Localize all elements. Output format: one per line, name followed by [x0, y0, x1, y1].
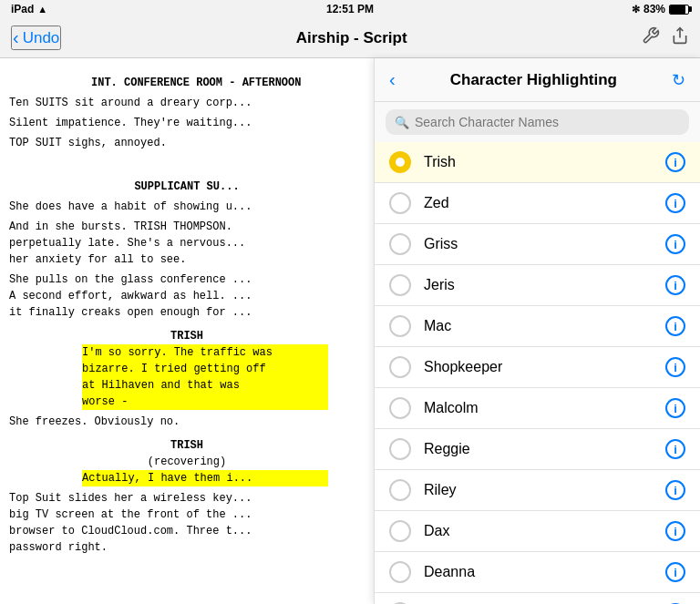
- back-chevron-icon: ‹: [13, 27, 19, 48]
- character-name-text: Mac: [424, 318, 665, 334]
- battery-label: 83%: [643, 3, 665, 15]
- panel-header: ‹ Character Highlighting ↻: [375, 58, 700, 102]
- panel-title: Character Highlighting: [396, 71, 672, 89]
- script-panel: INT. CONFERENCE ROOM - AFTERNOON Ten SUI…: [0, 58, 374, 604]
- info-button[interactable]: i: [665, 480, 685, 500]
- status-left: iPad ▲: [11, 3, 47, 15]
- character-item[interactable]: Zedi: [375, 183, 700, 224]
- character-name-text: Jeris: [424, 277, 665, 293]
- character-item[interactable]: Reggiei: [375, 429, 700, 470]
- action-line: She does have a habit of showing u...: [9, 199, 365, 215]
- panel-refresh-button[interactable]: ↻: [672, 70, 685, 90]
- action-line: Ten SUITS sit around a dreary corp...: [9, 95, 365, 111]
- panel-back-button[interactable]: ‹: [389, 69, 396, 90]
- info-button[interactable]: i: [665, 234, 685, 254]
- character-name-text: Deanna: [424, 564, 665, 580]
- character-name-text: Griss: [424, 236, 665, 252]
- character-item[interactable]: Deannai: [375, 552, 700, 593]
- share-button[interactable]: [671, 26, 689, 49]
- radio-button[interactable]: [389, 356, 411, 378]
- wrench-button[interactable]: [642, 26, 660, 49]
- radio-button[interactable]: [389, 397, 411, 419]
- character-item[interactable]: Malcolmi: [375, 388, 700, 429]
- character-trish-name: TRISH: [9, 328, 365, 344]
- action-line: She pulls on the glass conference ...A s…: [9, 271, 365, 321]
- character-list: TrishiZediGrissiJerisiMaciShopkeeperiMal…: [375, 142, 700, 604]
- info-button[interactable]: i: [665, 398, 685, 418]
- radio-button[interactable]: [389, 438, 411, 460]
- character-name-text: Zed: [424, 195, 665, 211]
- info-button[interactable]: i: [665, 193, 685, 213]
- bluetooth-icon: ✻: [632, 4, 640, 15]
- nav-right: [642, 26, 689, 49]
- character-item[interactable]: Shopkeeperi: [375, 347, 700, 388]
- radio-button[interactable]: [389, 520, 411, 542]
- radio-button[interactable]: [389, 151, 411, 173]
- back-label: Undo: [23, 29, 60, 47]
- character-name-text: Shopkeeper: [424, 359, 665, 375]
- search-box: 🔍: [386, 109, 689, 135]
- character-name-text: Malcolm: [424, 400, 665, 416]
- action-line: TOP SUIT sighs, annoyed.: [9, 135, 365, 151]
- action-line: Silent impatience. They're waiting...: [9, 115, 365, 131]
- character-name-line: SUPPLICANT SU...: [9, 179, 365, 195]
- back-button[interactable]: ‹ Undo: [11, 26, 61, 50]
- action-line: She freezes. Obviously no.: [9, 414, 365, 430]
- radio-button[interactable]: [389, 561, 411, 583]
- character-name-text: Trish: [424, 154, 665, 170]
- character-item[interactable]: Maci: [375, 306, 700, 347]
- battery-icon: [669, 5, 689, 15]
- trish-dialogue-1: I'm so sorry. The traffic wasbizarre. I …: [82, 344, 328, 410]
- character-trish-name-2: TRISH: [9, 437, 365, 454]
- main-layout: INT. CONFERENCE ROOM - AFTERNOON Ten SUI…: [0, 58, 700, 604]
- info-button[interactable]: i: [665, 521, 685, 541]
- search-input[interactable]: [415, 115, 680, 129]
- info-button[interactable]: i: [665, 152, 685, 172]
- scene-heading: INT. CONFERENCE ROOM - AFTERNOON: [91, 75, 365, 91]
- info-button[interactable]: i: [665, 275, 685, 295]
- wifi-icon: ▲: [37, 4, 47, 15]
- character-name-text: Reggie: [424, 441, 665, 457]
- info-button[interactable]: i: [665, 357, 685, 377]
- nav-bar: ‹ Undo Airship - Script: [0, 18, 700, 58]
- radio-button[interactable]: [389, 192, 411, 214]
- info-button[interactable]: i: [665, 562, 685, 582]
- character-item[interactable]: Jerisi: [375, 265, 700, 306]
- character-highlighting-panel: ‹ Character Highlighting ↻ 🔍 TrishiZediG…: [374, 58, 700, 604]
- radio-button[interactable]: [389, 479, 411, 501]
- info-button[interactable]: i: [665, 439, 685, 459]
- info-button[interactable]: i: [665, 316, 685, 336]
- character-name-text: Riley: [424, 482, 665, 498]
- nav-left: ‹ Undo: [11, 26, 61, 50]
- status-right: ✻ 83%: [632, 3, 689, 15]
- parenthetical-line: (recovering): [9, 454, 365, 470]
- radio-button[interactable]: [389, 233, 411, 255]
- character-item[interactable]: Rileyi: [375, 470, 700, 511]
- action-line: And in she bursts. TRISH THOMPSON.perpet…: [9, 219, 365, 268]
- action-line: Top Suit slides her a wireless key...big…: [9, 490, 365, 556]
- trish-dialogue-2: Actually, I have them i...: [82, 470, 328, 486]
- character-item[interactable]: Grissi: [375, 224, 700, 265]
- time-label: 12:51 PM: [326, 3, 374, 15]
- character-name-text: Dax: [424, 523, 665, 539]
- carrier-label: iPad: [11, 3, 34, 15]
- nav-title: Airship - Script: [296, 29, 407, 47]
- character-item[interactable]: Daxi: [375, 511, 700, 552]
- search-icon: 🔍: [395, 116, 409, 129]
- status-bar: iPad ▲ 12:51 PM ✻ 83%: [0, 0, 700, 18]
- character-item[interactable]: Top Suiti: [375, 593, 700, 604]
- radio-button[interactable]: [389, 315, 411, 337]
- character-item[interactable]: Trishi: [375, 142, 700, 183]
- radio-button[interactable]: [389, 274, 411, 296]
- script-content: INT. CONFERENCE ROOM - AFTERNOON Ten SUI…: [0, 75, 374, 556]
